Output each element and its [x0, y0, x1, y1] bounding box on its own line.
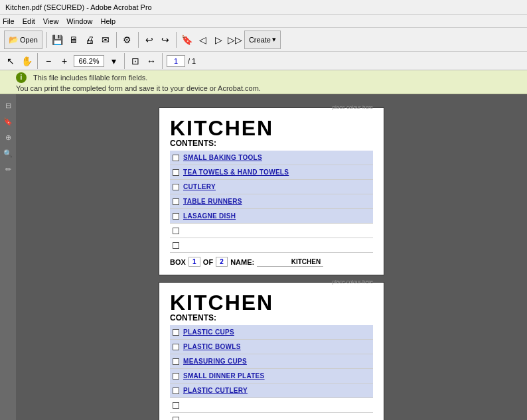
card1-contents-label: CONTENTS: — [170, 139, 373, 148]
undo-icon[interactable]: ↩ — [143, 33, 156, 47]
create-button[interactable]: Create ▾ — [244, 31, 281, 49]
of-label-1: OF — [203, 258, 213, 266]
menu-bar: File Edit View Window Help — [0, 15, 527, 28]
info-icon: i — [16, 72, 27, 83]
list-item: MEASURING CUPS — [170, 354, 373, 369]
fit-page-icon[interactable]: ⊡ — [129, 54, 142, 68]
checkbox-c2-2[interactable] — [173, 344, 179, 350]
hand-tool[interactable]: ✋ — [20, 54, 33, 68]
email-icon[interactable]: ✉ — [99, 33, 112, 47]
item-text-c2-5: PLASTIC CUTLERY — [183, 387, 248, 394]
zoom-in-icon[interactable]: + — [58, 54, 71, 68]
fit-width-icon[interactable]: ↔ — [145, 54, 158, 68]
box-label-1: BOX — [170, 258, 186, 266]
card1-box-row: BOX 1 OF 2 NAME: KITCHEN — [170, 257, 373, 267]
checkbox-3[interactable] — [173, 184, 179, 190]
list-item: SMALL BAKING TOOLS — [170, 151, 373, 165]
checkbox-c2-5[interactable] — [173, 387, 179, 394]
toolbar-divider-1 — [46, 32, 47, 48]
print-preview-icon[interactable]: 🖥 — [67, 33, 80, 47]
menu-view[interactable]: View — [43, 17, 59, 25]
item-text-4: TABLE RUNNERS — [183, 198, 242, 205]
checkbox-c2-7[interactable] — [173, 417, 179, 421]
empty-row-c2-1 — [170, 398, 373, 413]
prev-icon[interactable]: ◁ — [196, 33, 210, 47]
checkbox-6[interactable] — [173, 228, 179, 234]
menu-window[interactable]: Window — [66, 17, 92, 25]
toolbar-divider-4 — [176, 32, 177, 48]
item-text-c2-3: MEASURING CUPS — [183, 358, 247, 365]
nav-divider-3 — [162, 53, 163, 69]
bookmark-icon[interactable]: 🔖 — [181, 33, 194, 47]
empty-row-2 — [170, 238, 373, 253]
checkbox-5[interactable] — [173, 213, 179, 220]
checkbox-2[interactable] — [173, 169, 179, 176]
zoom-input[interactable] — [74, 55, 104, 67]
info-line2: You can print the completed form and sav… — [16, 84, 261, 92]
page-number-input[interactable] — [167, 55, 185, 67]
zoom-arrow-icon[interactable]: ▾ — [107, 54, 120, 68]
sidebar-icon-2[interactable]: 🔖 — [2, 115, 14, 127]
sidebar-icon-5[interactable]: ✏ — [2, 163, 14, 175]
card1-of-num[interactable]: 2 — [216, 257, 228, 267]
item-text-3: CUTLERY — [183, 183, 216, 190]
item-text-5: LASAGNE DISH — [183, 212, 236, 220]
more-icon[interactable]: ▷▷ — [228, 33, 242, 47]
content-area: KITCHEN place colour here CONTENTS: SMAL… — [16, 94, 527, 420]
cursor-tool[interactable]: ↖ — [4, 54, 17, 68]
checkbox-c2-3[interactable] — [173, 358, 179, 365]
card1-name[interactable]: KITCHEN — [257, 257, 323, 267]
info-line1: This file includes fillable form fields. — [33, 74, 147, 82]
card1-title: KITCHEN — [170, 117, 273, 139]
save-icon[interactable]: 💾 — [51, 33, 64, 47]
nav-divider-1 — [37, 53, 38, 69]
toolbar-divider-3 — [138, 32, 139, 48]
menu-file[interactable]: File — [3, 17, 15, 25]
name-label-1: NAME: — [230, 258, 254, 266]
nav-divider-2 — [124, 53, 125, 69]
info-bar: i This file includes fillable form field… — [0, 70, 527, 94]
sidebar-icon-3[interactable]: ⊕ — [2, 131, 14, 143]
page-separator: / 1 — [188, 57, 196, 65]
pdf-card-2: KITCHEN place colour here CONTENTS: PLAS… — [159, 282, 384, 420]
item-text-1: SMALL BAKING TOOLS — [183, 154, 262, 161]
list-item: PLASTIC BOWLS — [170, 340, 373, 354]
checkbox-4[interactable] — [173, 198, 179, 205]
checkbox-1[interactable] — [173, 155, 179, 161]
toolbar: 📂 Open 💾 🖥 🖨 ✉ ⚙ ↩ ↪ 🔖 ◁ ▷ ▷▷ Create ▾ — [0, 28, 527, 52]
left-sidebar: ⊟ 🔖 ⊕ 🔍 ✏ — [0, 94, 16, 420]
card1-box-num[interactable]: 1 — [188, 257, 200, 267]
checkbox-c2-6[interactable] — [173, 402, 179, 409]
list-item: TABLE RUNNERS — [170, 194, 373, 209]
main-area: ⊟ 🔖 ⊕ 🔍 ✏ KITCHEN place colour here CONT… — [0, 94, 527, 420]
list-item: PLASTIC CUTLERY — [170, 384, 373, 398]
card2-contents-label: CONTENTS: — [170, 313, 373, 322]
sidebar-icon-1[interactable]: ⊟ — [2, 100, 14, 111]
sidebar-icon-4[interactable]: 🔍 — [2, 147, 14, 159]
empty-row-1 — [170, 224, 373, 238]
menu-edit[interactable]: Edit — [23, 17, 35, 25]
pdf-card-1: KITCHEN place colour here CONTENTS: SMAL… — [159, 107, 384, 275]
card2-place-colour: place colour here — [333, 279, 373, 285]
zoom-out-icon[interactable]: − — [42, 54, 55, 68]
card2-title: KITCHEN — [170, 292, 273, 313]
checkbox-c2-1[interactable] — [173, 329, 179, 336]
empty-row-c2-2 — [170, 413, 373, 420]
list-item: TEA TOWELS & HAND TOWELS — [170, 165, 373, 180]
list-item: SMALL DINNER PLATES — [170, 369, 373, 384]
print-icon[interactable]: 🖨 — [83, 33, 96, 47]
menu-help[interactable]: Help — [100, 17, 115, 25]
list-item: PLASTIC CUPS — [170, 325, 373, 340]
item-text-2: TEA TOWELS & HAND TOWELS — [183, 169, 289, 176]
settings-icon[interactable]: ⚙ — [121, 33, 134, 47]
title-text: Kitchen.pdf (SECURED) - Adobe Acrobat Pr… — [5, 3, 152, 11]
item-text-c2-4: SMALL DINNER PLATES — [183, 372, 265, 380]
toolbar-divider-2 — [116, 32, 117, 48]
list-item: LASAGNE DISH — [170, 209, 373, 224]
next-icon[interactable]: ▷ — [212, 33, 226, 47]
open-button[interactable]: 📂 Open — [4, 31, 42, 49]
checkbox-7[interactable] — [173, 242, 179, 249]
item-text-c2-1: PLASTIC CUPS — [183, 328, 234, 336]
checkbox-c2-4[interactable] — [173, 373, 179, 380]
redo-icon[interactable]: ↪ — [159, 33, 172, 47]
